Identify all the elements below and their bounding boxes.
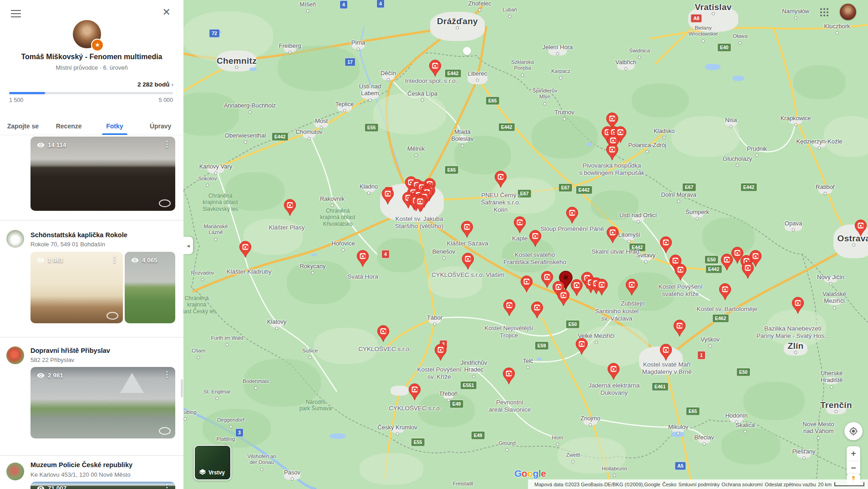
route-shield: E65 [686,407,700,416]
map-photo-pin[interactable] [541,270,553,290]
profile-subtitle: Místní průvodce · 6. úroveň [0,64,183,71]
map-photo-pin[interactable] [660,343,672,363]
view-count: 2 981 [37,372,63,379]
map-poi-label: Skalní útvar Hrad [592,248,639,255]
place-title[interactable]: Dopravní hřiště Přibyslav [30,347,110,354]
google-apps-grid-icon[interactable] [820,8,828,16]
map-city-label: Kladsko [654,128,675,135]
map-attribution-bar: Mapová data ©2023 GeoBasis-DE/BKG (©2009… [528,479,868,489]
place-title[interactable]: Muzeum Policie České republiky [30,461,132,469]
region-label[interactable]: Česko [662,482,676,487]
map-photo-pin[interactable] [660,236,672,256]
map-poi-label: CYKLOŠVEC s.r.o. [389,405,442,412]
panel-scrollbar[interactable] [181,379,183,397]
map-city-label: Most [315,118,328,125]
map-city-label: Uherské Hradiště [821,370,843,384]
map-city-label: Vilshofen an der Donau [247,453,276,465]
map-photo-pin[interactable] [494,170,507,190]
map-photo-pin[interactable] [434,343,447,363]
map-photo-pin[interactable] [408,383,421,403]
more-options-icon[interactable]: ⋮ [163,483,171,489]
map-photo-pin[interactable] [575,337,588,357]
zoom-in-button[interactable]: + [847,446,860,461]
map-poi-label: Kostel sv. Bartoloměje [696,306,757,313]
photo-thumbnail[interactable]: 71 007 ⋮ [30,482,175,489]
map-photo-pin[interactable] [741,261,754,281]
place-avatar[interactable] [6,463,24,480]
tab-fotky[interactable]: Fotky [92,116,138,135]
map-photo-pin[interactable] [557,289,570,309]
tab-recenze[interactable]: Recenze [46,116,92,135]
map-photo-pin[interactable] [721,253,733,273]
map-city-label: Namysłów [782,8,809,15]
map-poi-label: PNEU Černý - Šafránek s.r.o. Kolín [481,192,520,214]
privacy-link[interactable]: Ochrana soukromí [721,482,762,487]
view-count: 4 065 [131,256,157,264]
map-photo-pin[interactable] [356,250,369,270]
points-link[interactable]: 2 282 bodů› [137,81,173,88]
map-photo-pin[interactable] [792,296,804,316]
map-city-label: Benešov [432,249,456,255]
photo-thumbnail[interactable]: 2 981 ⋮ [30,367,175,438]
map-photo-pin[interactable] [854,219,867,239]
map-photo-pin[interactable] [529,229,542,250]
map-photo-pin[interactable] [606,143,619,163]
map-photo-pin[interactable] [673,319,686,339]
town-dot [291,478,294,481]
map-photo-pin[interactable] [719,283,731,303]
map-photo-pin[interactable] [462,252,474,272]
map-poi-label: Klášter Kladruby [226,268,271,275]
my-location-button[interactable] [844,422,863,440]
route-shield: 4 [376,0,385,8]
map-photo-pin[interactable] [606,226,619,246]
more-options-icon[interactable]: ⋮ [163,139,171,149]
town-dot [595,341,598,344]
tab-upravy[interactable]: Úpravy [137,116,183,135]
map-photo-pin[interactable] [520,275,533,295]
photo-thumbnail[interactable]: 4 065 [125,252,175,323]
menu-icon[interactable] [11,10,21,17]
tab-zapojte-se[interactable]: Zapojte se [0,116,46,135]
route-shield: E462 [712,314,729,323]
town-dot [216,397,219,400]
map-photo-pin[interactable] [625,278,638,298]
map-photo-pin[interactable] [607,362,620,382]
map-poi-label: Pevnostní areál Slavonice [489,399,531,413]
place-title[interactable]: Schönstattská kaplička Rokole [30,231,127,239]
map-photo-pin[interactable] [503,299,516,319]
account-avatar[interactable] [840,4,856,20]
map-protected-area-label: Národní park Šumava [299,399,332,412]
map-photo-pin[interactable] [513,216,526,236]
map-photo-pin[interactable] [595,278,608,298]
panel-collapse-button[interactable]: ◂ [183,237,193,254]
map-photo-pin[interactable] [566,206,579,226]
map-photo-pin[interactable] [674,263,687,283]
terms-link[interactable]: Smluvní podmínky [679,482,720,487]
map-photo-pin[interactable] [239,240,252,260]
route-shield: E50 [566,320,580,329]
map-poi-label: Sloup Proměnění Páně [540,225,604,233]
map-photo-pin[interactable] [570,279,583,299]
town-dot [214,238,218,241]
close-icon[interactable]: ✕ [162,7,171,17]
map-photo-pin[interactable] [531,301,543,321]
map-photo-pin[interactable] [461,220,473,240]
place-avatar[interactable] [6,346,24,364]
map-city-label: Sušice [302,348,318,354]
map-photo-pin[interactable] [377,325,390,345]
photo-thumbnail[interactable]: 1 961 ⋮ [30,252,123,323]
map-photo-pin[interactable] [414,195,426,215]
map-photo-pin[interactable] [429,59,442,79]
route-shield: E461 [652,382,669,391]
map-photo-pin[interactable] [284,199,296,219]
feedback-link[interactable]: Odeslat zpětnou vazbu [765,482,816,487]
map-photo-pin[interactable] [503,367,515,387]
more-options-icon[interactable]: ⋮ [111,255,118,264]
layers-button[interactable]: Vrstvy [194,445,231,480]
map-canvas[interactable]: MíšeňDrážďanyZhořelecLubańVratislavBiela… [183,0,868,489]
more-options-icon[interactable]: ⋮ [163,370,171,379]
place-avatar[interactable] [6,230,24,248]
map-photo-pin[interactable] [381,187,394,207]
photo-thumbnail[interactable]: 14 114 ⋮ [30,137,175,211]
map-city-label: Polanica-Zdrój [628,142,666,149]
